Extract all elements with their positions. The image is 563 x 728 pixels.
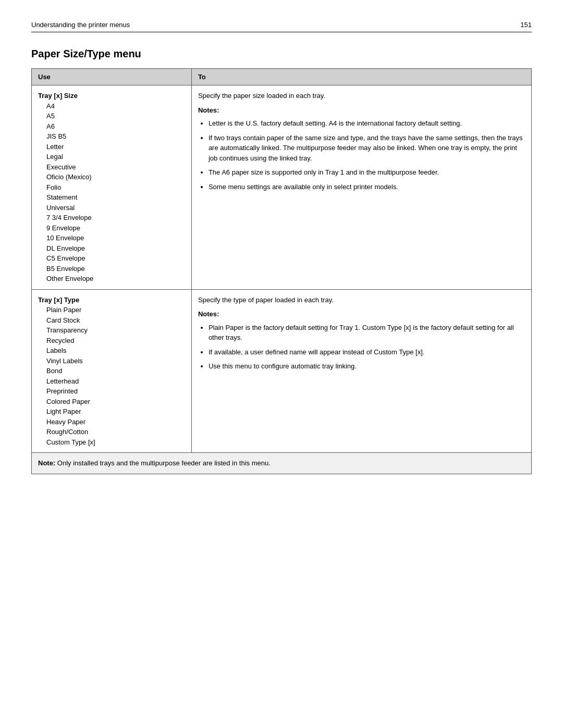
list-item: 10 Envelope	[38, 233, 185, 243]
page: Understanding the printer menus 151 Pape…	[0, 0, 563, 728]
list-item: Rough/Cotton	[38, 427, 185, 437]
notes-label: Notes:	[198, 105, 525, 116]
list-item: A4	[38, 101, 185, 112]
to-intro-text: Specify the type of paper loaded in each…	[198, 295, 525, 305]
main-table: Use To Tray [x] SizeA4A5A6JIS B5LetterLe…	[31, 68, 532, 474]
to-cell: Specify the type of paper loaded in each…	[191, 289, 531, 453]
list-item: Use this menu to configure automatic tra…	[209, 361, 525, 372]
list-item: A6	[38, 121, 185, 132]
list-item: Plain Paper is the factory default setti…	[209, 323, 525, 343]
list-item: Light Paper	[38, 406, 185, 417]
col-header-use: Use	[32, 69, 192, 85]
table-row: Tray [x] TypePlain PaperCard StockTransp…	[32, 289, 532, 453]
list-item: Recycled	[38, 336, 185, 346]
to-intro-text: Specify the paper size loaded in each tr…	[198, 91, 525, 101]
use-cell: Tray [x] TypePlain PaperCard StockTransp…	[32, 289, 192, 453]
list-item: 7 3/4 Envelope	[38, 213, 185, 223]
list-item: Heavy Paper	[38, 417, 185, 427]
notes-list: Letter is the U.S. factory default setti…	[198, 118, 525, 192]
notes-list: Plain Paper is the factory default setti…	[198, 323, 525, 372]
list-item: B5 Envelope	[38, 264, 185, 274]
list-item: JIS B5	[38, 131, 185, 142]
list-item: Universal	[38, 203, 185, 213]
list-item: Letterhead	[38, 376, 185, 387]
list-item: Vinyl Labels	[38, 356, 185, 366]
list-item: Legal	[38, 152, 185, 162]
table-header-row: Use To	[32, 69, 532, 85]
list-item: Labels	[38, 346, 185, 356]
notes-label: Notes:	[198, 309, 525, 319]
list-item: The A6 paper size is supported only in T…	[209, 167, 525, 178]
list-item: Preprinted	[38, 386, 185, 397]
footer-note-cell: Note: Only installed trays and the multi…	[32, 453, 532, 474]
list-item: Letter is the U.S. factory default setti…	[209, 118, 525, 129]
list-item: Oficio (Mexico)	[38, 172, 185, 182]
footer-note-bold: Note:	[38, 459, 55, 467]
list-item: Executive	[38, 162, 185, 172]
list-item: If available, a user defined name will a…	[209, 347, 525, 357]
list-item: Bond	[38, 366, 185, 376]
list-item: If two trays contain paper of the same s…	[209, 133, 525, 164]
use-bold-label: Tray [x] Type	[38, 296, 79, 304]
list-item: Plain Paper	[38, 305, 185, 315]
list-item: Statement	[38, 192, 185, 203]
footer-note-row: Note: Only installed trays and the multi…	[32, 453, 532, 474]
to-cell: Specify the paper size loaded in each tr…	[191, 85, 531, 290]
list-item: A5	[38, 111, 185, 121]
header-bar: Understanding the printer menus 151	[31, 21, 532, 32]
use-bold-label: Tray [x] Size	[38, 92, 78, 100]
list-item: Other Envelope	[38, 274, 185, 284]
list-item: Colored Paper	[38, 397, 185, 407]
list-item: Folio	[38, 182, 185, 193]
list-item: Card Stock	[38, 315, 185, 326]
list-item: C5 Envelope	[38, 253, 185, 264]
list-item: 9 Envelope	[38, 223, 185, 233]
use-cell: Tray [x] SizeA4A5A6JIS B5LetterLegalExec…	[32, 85, 192, 290]
col-header-to: To	[191, 69, 531, 85]
header-left-text: Understanding the printer menus	[31, 21, 130, 29]
list-item: Some menu settings are available only in…	[209, 182, 525, 192]
header-page-number: 151	[520, 21, 532, 29]
list-item: DL Envelope	[38, 243, 185, 254]
section-title: Paper Size/Type menu	[31, 48, 532, 60]
list-item: Custom Type [x]	[38, 437, 185, 448]
list-item: Transparency	[38, 325, 185, 336]
table-row: Tray [x] SizeA4A5A6JIS B5LetterLegalExec…	[32, 85, 532, 290]
list-item: Letter	[38, 142, 185, 152]
